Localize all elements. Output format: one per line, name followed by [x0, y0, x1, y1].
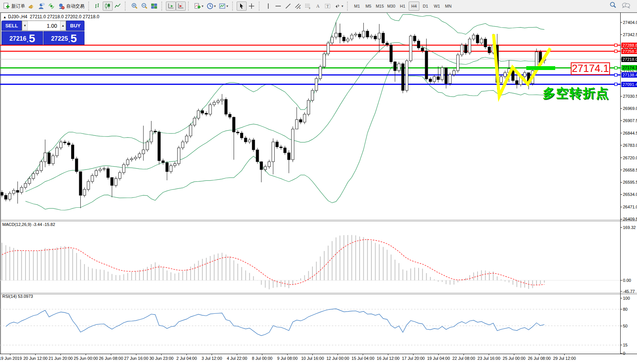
timeframe-button-m1[interactable]: M1 — [352, 2, 362, 11]
candle-body — [217, 101, 220, 102]
buy-button[interactable]: BUY — [66, 21, 84, 31]
candle-body — [103, 168, 105, 169]
candle-body — [378, 33, 381, 39]
arrows-button[interactable]: ▾ — [333, 2, 345, 11]
timeframe-button-mn[interactable]: MN — [443, 2, 454, 11]
chart-shift-button[interactable] — [176, 2, 186, 11]
text-button[interactable]: A — [313, 2, 323, 11]
macd-label: MACD(12,26,9) -3.44 -15.82 — [2, 222, 55, 227]
time-label: 30 Jun 23:00 — [149, 356, 174, 361]
periods-button[interactable]: ▾ — [205, 2, 218, 11]
svg-text:E: E — [299, 7, 301, 9]
candle-body — [193, 118, 196, 125]
sell-button[interactable]: SELL — [2, 21, 22, 31]
new-order-button[interactable]: 新订单 — [2, 2, 27, 11]
buy-price-button[interactable]: 27225.5 — [43, 31, 84, 45]
chat-icon[interactable] — [622, 2, 630, 9]
level-line-marker — [615, 83, 617, 86]
price-tag-label: 27258.2 — [621, 49, 637, 54]
vertical-line-button[interactable] — [263, 2, 273, 11]
fibonacci-button[interactable]: F — [303, 2, 313, 11]
candle-body — [449, 75, 451, 83]
toolbar: 新订单 自动交易 ▾ ▾ — [0, 0, 637, 13]
timeframe-button-d1[interactable]: D1 — [420, 2, 431, 11]
toolbar-separator — [188, 2, 191, 11]
rsi-tick-label: 50 — [623, 324, 627, 328]
chart-shift-icon — [177, 3, 184, 10]
zoom-out-button[interactable] — [139, 2, 149, 11]
level-line-marker — [615, 67, 617, 69]
time-label: 29 Jul 12:00 — [553, 356, 576, 361]
candle-body — [429, 79, 432, 82]
text-label-button[interactable]: T — [323, 2, 333, 11]
candle-body — [358, 34, 361, 37]
time-label: 16 Jul 12:00 — [377, 356, 400, 361]
toolbar-separator — [347, 2, 350, 11]
timeframe-button-m30[interactable]: M30 — [386, 2, 397, 11]
indicators-button[interactable]: ▾ — [193, 2, 205, 11]
candle-body — [327, 43, 330, 54]
tile-windows-button[interactable] — [149, 2, 159, 11]
signals-button[interactable] — [46, 2, 56, 11]
volume-decrease-button[interactable]: ▼ — [22, 21, 28, 30]
indicators-icon — [194, 3, 201, 10]
candle-body — [433, 76, 436, 81]
candle-body — [500, 76, 502, 83]
bar-chart-icon — [94, 3, 101, 10]
trendline-button[interactable] — [283, 2, 293, 11]
candlestick-chart-button[interactable] — [103, 2, 113, 11]
timeframe-button-w1[interactable]: W1 — [432, 2, 442, 11]
community-button[interactable] — [37, 2, 46, 11]
candle-body — [386, 43, 389, 45]
crosshair-button[interactable] — [247, 2, 256, 11]
candle-body — [123, 165, 125, 173]
templates-button[interactable]: ▾ — [217, 2, 230, 11]
candle-body — [370, 36, 373, 37]
timeframe-button-h1[interactable]: H1 — [397, 2, 408, 11]
search-icon[interactable] — [609, 2, 616, 9]
candle-body — [52, 156, 54, 164]
rsi-tick-label: 0 — [623, 351, 625, 356]
price-tick-label: 26595.5 — [623, 180, 637, 184]
candle-body — [382, 33, 385, 43]
timeframe-button-m5[interactable]: M5 — [363, 2, 374, 11]
timeframe-button-m15[interactable]: M15 — [374, 2, 385, 11]
candle-body — [225, 99, 227, 114]
sell-price-dot: . — [27, 37, 28, 44]
macd-tick-label: 169.32 — [623, 225, 636, 230]
volume-value[interactable]: 1.00 — [28, 21, 60, 30]
bollinger-upper-band — [25, 13, 545, 182]
candle-body — [319, 67, 322, 78]
candle-body — [354, 34, 357, 35]
turning-point-annotation[interactable]: 多空转折点 — [543, 85, 609, 102]
volume-increase-button[interactable]: ▲ — [60, 21, 66, 30]
alerts-button[interactable] — [27, 2, 37, 11]
toolbar-separator — [161, 2, 165, 11]
candle-body — [182, 142, 184, 148]
candle-body — [468, 39, 471, 53]
candle-body — [40, 162, 43, 170]
zoom-in-button[interactable] — [129, 2, 139, 11]
candle-body — [150, 131, 153, 142]
cursor-button[interactable] — [237, 2, 247, 11]
candle-body — [476, 35, 479, 43]
crosshair-icon — [248, 3, 255, 10]
line-chart-button[interactable] — [113, 2, 123, 11]
price-annotation-box[interactable]: 27174.1 — [571, 62, 610, 75]
rsi-label: RSI(14) 53.0973 — [2, 294, 33, 299]
auto-scroll-button[interactable] — [166, 2, 176, 11]
chart-window[interactable]: ▲DJ30-,H4 27211.0 27218.0 27202.0 27218.… — [0, 13, 637, 364]
bar-chart-button[interactable] — [93, 2, 103, 11]
candle-body — [79, 172, 82, 195]
channel-button[interactable]: E — [293, 2, 303, 11]
sell-price-button[interactable]: 27216.5 — [2, 31, 43, 45]
vertical-line-icon — [265, 3, 272, 10]
signal-icon — [48, 3, 55, 10]
timeframe-button-h4[interactable]: H4 — [409, 2, 419, 11]
chart-canvas[interactable] — [0, 13, 637, 364]
auto-trading-button[interactable]: 自动交易 — [56, 2, 86, 11]
dropdown-arrow-icon: ▾ — [214, 4, 216, 8]
candle-body — [213, 102, 215, 105]
candle-body — [276, 142, 279, 147]
horizontal-line-button[interactable] — [273, 2, 283, 11]
